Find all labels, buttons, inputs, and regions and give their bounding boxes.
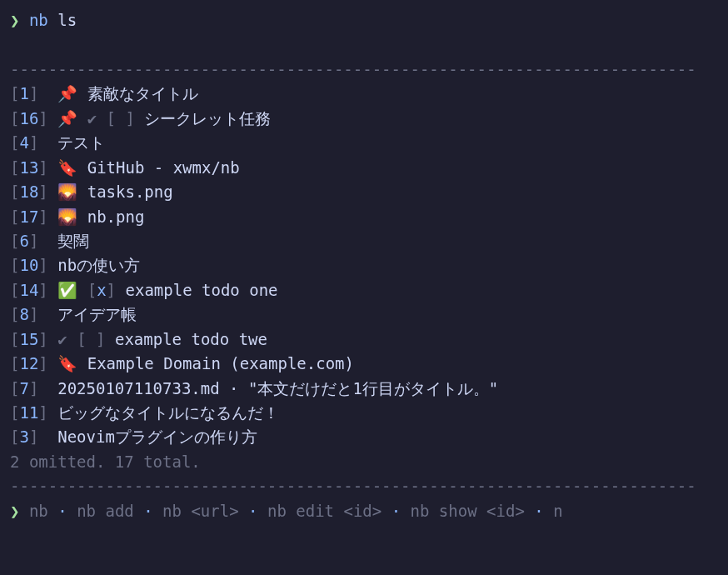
item-id: [4] (10, 131, 48, 155)
hint-command: n (544, 502, 563, 520)
item-id: [1] (10, 82, 48, 106)
item-title: tasks.png (87, 182, 173, 201)
item-id: [16] (10, 107, 48, 131)
command-line[interactable]: ❯ nb ls (10, 8, 718, 32)
item-id: [13] (10, 156, 48, 180)
hint-command: nb (29, 502, 48, 520)
item-id: [8] (10, 302, 48, 327)
item-title: GitHub - xwmx/nb (87, 158, 240, 177)
hint-separator: · (239, 502, 258, 520)
todo-checkbox: [ ] (107, 109, 135, 128)
hint-command: nb show <id> (401, 502, 525, 520)
item-id: [14] (10, 278, 48, 302)
item-title: シークレット任務 (144, 109, 271, 128)
item-title: 素敵なタイトル (87, 84, 198, 102)
list-item[interactable]: [14] ✅ [x] example todo one (10, 278, 718, 302)
item-title: example todo one (126, 281, 278, 299)
image-icon: 🌄 (57, 205, 77, 229)
hint-separator: · (134, 502, 153, 520)
item-id: [7] (10, 377, 48, 401)
list-item[interactable]: [16] 📌 ✔ [ ] シークレット任務 (10, 107, 718, 131)
item-title: example todo twe (115, 330, 267, 348)
pin-icon: 📌 (57, 82, 77, 106)
list-item[interactable]: [11] ビッグなタイトルになるんだ！ (10, 401, 718, 425)
checkmark-dim-icon: ✔ (87, 109, 97, 128)
item-title: アイデア帳 (57, 305, 137, 323)
list-summary: 2 omitted. 17 total. (10, 450, 718, 474)
hint-command: nb add (67, 502, 134, 520)
hint-prompt-symbol: ❯ (10, 502, 19, 520)
check-icon: ✅ (57, 278, 77, 302)
item-title: 20250107110733.md · "本文だけだと1行目がタイトル。" (57, 379, 498, 398)
item-id: [18] (10, 180, 48, 204)
list-item[interactable]: [6] 契闊 (10, 229, 718, 253)
list-item[interactable]: [7] 20250107110733.md · "本文だけだと1行目がタイトル。… (10, 377, 718, 401)
list-item[interactable]: [1] 📌 素敵なタイトル (10, 82, 718, 106)
prompt-symbol: ❯ (10, 11, 19, 29)
hint-separator: · (525, 502, 544, 520)
item-id: [3] (10, 425, 48, 449)
item-title: nb.png (87, 208, 145, 226)
command-program: nb (29, 11, 48, 29)
list-item[interactable]: [13] 🔖 GitHub - xwmx/nb (10, 156, 718, 180)
list-item[interactable]: [10] nbの使い方 (10, 253, 718, 278)
item-id: [10] (10, 253, 48, 278)
bookmark-icon: 🔖 (57, 352, 77, 376)
item-title: nbの使い方 (57, 256, 140, 274)
item-id: [6] (10, 229, 48, 253)
item-id: [12] (10, 352, 48, 376)
todo-checkbox: [x] (87, 281, 116, 299)
pin-icon: 📌 (57, 107, 77, 131)
divider-bottom: ----------------------------------------… (10, 474, 718, 498)
hint-separator: · (381, 502, 401, 520)
list-item[interactable]: [17] 🌄 nb.png (10, 205, 718, 229)
hint-command: nb edit <id> (258, 502, 382, 520)
item-id: [11] (10, 401, 48, 425)
image-icon: 🌄 (57, 180, 77, 204)
list-item[interactable]: [4] テスト (10, 131, 718, 155)
list-item[interactable]: [12] 🔖 Example Domain (example.com) (10, 352, 718, 376)
item-title: 契闊 (57, 232, 89, 250)
item-title: Example Domain (example.com) (87, 354, 354, 372)
hint-bar: ❯ nb · nb add · nb <url> · nb edit <id> … (10, 499, 718, 523)
command-argument: ls (57, 11, 77, 29)
item-title: テスト (57, 133, 105, 152)
list-item[interactable]: [15] ✔ [ ] example todo twe (10, 328, 718, 352)
list-item[interactable]: [3] Neovimプラグインの作り方 (10, 425, 718, 449)
hint-command: nb <url> (153, 502, 239, 520)
bookmark-icon: 🔖 (57, 156, 77, 180)
item-id: [17] (10, 205, 48, 229)
item-title: Neovimプラグインの作り方 (57, 428, 257, 446)
checkmark-dim-icon: ✔ (57, 330, 67, 348)
hint-separator: · (48, 502, 67, 520)
item-title: ビッグなタイトルになるんだ！ (57, 403, 279, 422)
list-item[interactable]: [8] アイデア帳 (10, 302, 718, 327)
note-list: [1] 📌 素敵なタイトル[16] 📌 ✔ [ ] シークレット任務[4] テス… (10, 82, 718, 450)
divider-top: ----------------------------------------… (10, 58, 718, 82)
list-item[interactable]: [18] 🌄 tasks.png (10, 180, 718, 204)
item-id: [15] (10, 328, 48, 352)
todo-checkbox: [ ] (77, 330, 105, 348)
